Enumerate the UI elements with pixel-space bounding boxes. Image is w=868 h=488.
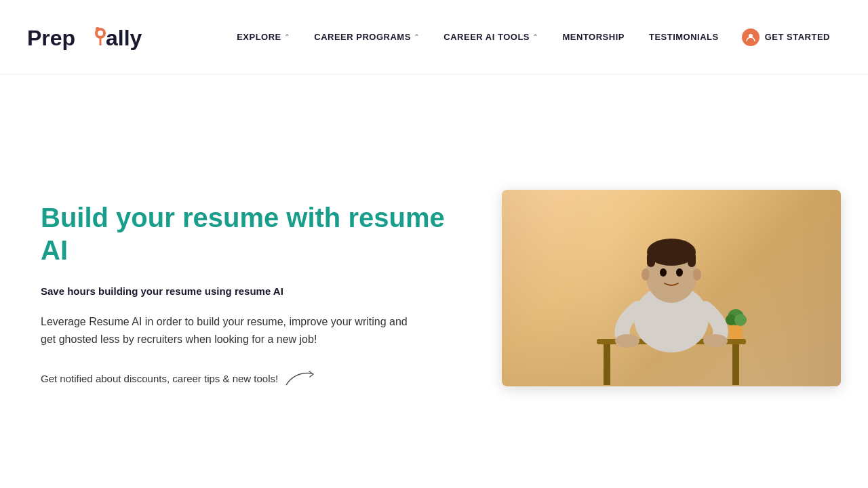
main-content: Build your resume with resume AI Save ho… xyxy=(0,75,868,488)
svg-rect-8 xyxy=(604,344,610,385)
hero-left: Build your resume with resume AI Save ho… xyxy=(41,188,461,388)
svg-point-18 xyxy=(642,268,650,281)
svg-point-17 xyxy=(676,268,683,277)
nav-item-career-ai-tools[interactable]: CAREER AI TOOLS ⌃ xyxy=(431,26,550,47)
svg-point-2 xyxy=(98,30,103,36)
notification-text: Get notified about discounts, career tip… xyxy=(41,373,278,384)
career-programs-chevron-icon: ⌃ xyxy=(414,33,420,41)
video-thumbnail[interactable] xyxy=(502,190,841,386)
nav-item-explore[interactable]: EXPLORE ⌃ xyxy=(224,26,302,47)
svg-point-21 xyxy=(703,334,728,348)
account-icon xyxy=(742,28,760,46)
svg-text:Prep: Prep xyxy=(27,26,75,50)
site-header: Prep ally EXPLORE ⌃ CAREER PROGRAMS ⌃ CA… xyxy=(0,0,868,75)
nav-item-career-programs[interactable]: CAREER PROGRAMS ⌃ xyxy=(302,26,431,47)
nav-item-mentorship[interactable]: MENTORSHIP xyxy=(551,26,637,47)
subtitle: Save hours building your resume using re… xyxy=(41,285,461,297)
main-nav: EXPLORE ⌃ CAREER PROGRAMS ⌃ CAREER AI TO… xyxy=(224,23,841,52)
svg-text:ally: ally xyxy=(106,26,142,50)
explore-chevron-icon: ⌃ xyxy=(284,33,290,41)
main-heading: Build your resume with resume AI xyxy=(41,201,461,266)
notification-row: Get notified about discounts, career tip… xyxy=(41,368,461,388)
svg-point-20 xyxy=(615,334,639,348)
career-ai-tools-chevron-icon: ⌃ xyxy=(532,33,538,41)
svg-point-19 xyxy=(693,268,701,281)
nav-item-testimonials[interactable]: TESTIMONIALS xyxy=(637,26,731,47)
description: Leverage Resume AI in order to build you… xyxy=(41,313,420,348)
svg-point-16 xyxy=(660,268,667,277)
svg-rect-9 xyxy=(732,344,739,385)
svg-rect-14 xyxy=(647,252,655,267)
get-started-button[interactable]: GET STARTED xyxy=(731,23,841,52)
logo[interactable]: Prep ally xyxy=(27,18,163,56)
video-person-illustration xyxy=(576,197,766,386)
svg-point-25 xyxy=(734,314,747,326)
svg-rect-15 xyxy=(688,252,696,267)
svg-point-4 xyxy=(96,27,100,31)
curved-arrow-icon xyxy=(285,368,319,388)
hero-right xyxy=(502,190,841,386)
